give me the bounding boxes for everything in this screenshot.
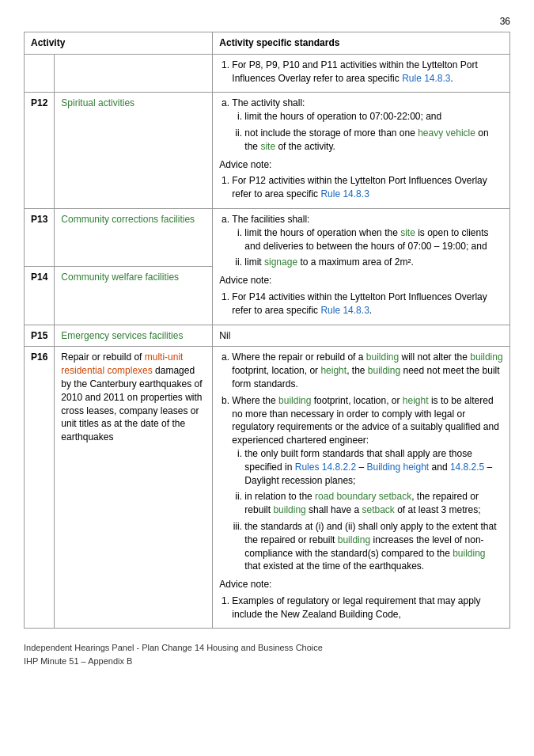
- row-activity: Community welfare facilities: [55, 267, 213, 325]
- page-number: 36: [24, 16, 510, 27]
- row-id: P14: [25, 267, 55, 325]
- activity-table: Activity Activity specific standards For…: [24, 32, 510, 629]
- row-standards: For P8, P9, P10 and P11 activities withi…: [213, 54, 510, 93]
- footer-line1: Independent Hearings Panel - Plan Change…: [24, 641, 323, 655]
- page-container: 36 Activity Activity specific standards …: [24, 16, 510, 667]
- row-id: [25, 54, 55, 93]
- row-id: P15: [25, 325, 55, 347]
- table-row: P16 Repair or rebuild of multi-unit resi…: [25, 347, 510, 629]
- page-footer: Independent Hearings Panel - Plan Change…: [24, 641, 510, 667]
- table-row: P15 Emergency services facilities Nil: [25, 325, 510, 347]
- row-standards: The activity shall:limit the hours of op…: [213, 93, 510, 209]
- table-row: P12 Spiritual activities The activity sh…: [25, 93, 510, 209]
- row-standards: Nil: [213, 325, 510, 347]
- footer-text: Independent Hearings Panel - Plan Change…: [24, 641, 323, 667]
- row-standards: Where the repair or rebuild of a buildin…: [213, 347, 510, 629]
- row-id: P16: [25, 347, 55, 629]
- row-activity: Community corrections facilities: [55, 208, 213, 266]
- table-row: For P8, P9, P10 and P11 activities withi…: [25, 54, 510, 93]
- header-activity-num: Activity: [25, 32, 213, 55]
- row-id: P12: [25, 93, 55, 209]
- row-activity: [55, 54, 213, 93]
- table-row: P13 Community corrections facilities The…: [25, 208, 510, 266]
- row-activity: Emergency services facilities: [55, 325, 213, 347]
- footer-line2: IHP Minute 51 – Appendix B: [24, 655, 323, 668]
- row-activity: Spiritual activities: [55, 93, 213, 209]
- header-standards: Activity specific standards: [213, 32, 510, 55]
- row-activity: Repair or rebuild of multi-unit resident…: [55, 347, 213, 629]
- row-id: P13: [25, 208, 55, 266]
- row-standards: The facilities shall:limit the hours of …: [213, 208, 510, 325]
